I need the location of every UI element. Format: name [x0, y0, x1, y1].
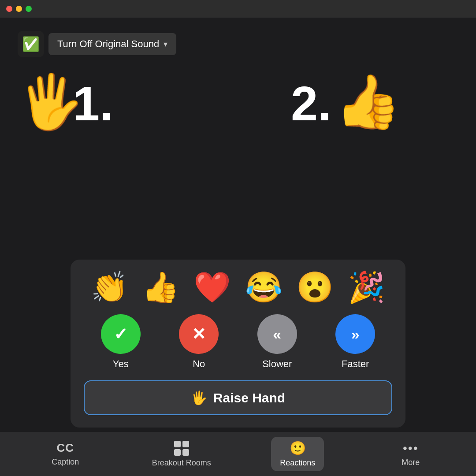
breakout-rooms-label: Breakout Rooms [152, 458, 211, 468]
reactions-panel: 👏 👍 ❤️ 😂 😮 🎉 ✓ Yes ✕ No « Slower » F [71, 260, 405, 428]
raise-hand-button[interactable]: 🖐️ Raise Hand [84, 380, 392, 415]
faster-button[interactable]: » [335, 314, 375, 354]
no-label: No [193, 358, 205, 370]
bottom-toolbar: CC Caption Breakout Rooms 🙂 Reactions ••… [0, 432, 476, 476]
main-content: ✅ Turn Off Original Sound ▾ 🖐️ 1. 2. 👍 👏… [0, 18, 476, 432]
party-reaction-button[interactable]: 🎉 [348, 272, 385, 302]
raise-hand-label: Raise Hand [213, 390, 285, 405]
number-label-1: 1. [73, 79, 113, 128]
yes-label: Yes [113, 358, 129, 370]
thumbs-up-emoji-2: 👍 [335, 75, 401, 128]
reactions-icon: 🙂 [290, 440, 306, 456]
clap-reaction-button[interactable]: 👏 [91, 272, 128, 302]
no-action-item: ✕ No [179, 314, 219, 370]
shield-check-icon: ✅ [22, 36, 40, 52]
surprised-reaction-button[interactable]: 😮 [296, 272, 334, 302]
slower-label: Slower [262, 358, 292, 370]
toolbar-item-reactions[interactable]: 🙂 Reactions [271, 437, 324, 471]
turn-off-original-sound-button[interactable]: Turn Off Original Sound ▾ [48, 33, 176, 55]
number-label-2: 2. [291, 79, 331, 128]
emoji-reaction-row: 👏 👍 ❤️ 😂 😮 🎉 [84, 272, 392, 302]
action-row: ✓ Yes ✕ No « Slower » Faster [84, 314, 392, 370]
toolbar-item-breakout-rooms[interactable]: Breakout Rooms [152, 441, 211, 468]
chevron-down-icon: ▾ [164, 39, 167, 49]
minimize-button[interactable] [16, 6, 22, 12]
raise-hand-emoji: 🖐️ [191, 390, 207, 405]
caption-icon: CC [56, 441, 74, 455]
breakout-rooms-icon [174, 441, 189, 456]
toolbar-item-more[interactable]: ••• More [384, 441, 437, 467]
slower-button[interactable]: « [257, 314, 297, 354]
faster-label: Faster [342, 358, 369, 370]
caption-label: Caption [52, 457, 79, 467]
heart-reaction-button[interactable]: ❤️ [193, 272, 231, 302]
shield-icon: ✅ [18, 31, 44, 57]
toolbar-item-caption[interactable]: CC Caption [39, 441, 92, 467]
no-button[interactable]: ✕ [179, 314, 219, 354]
yes-button[interactable]: ✓ [101, 314, 141, 354]
sound-button-label: Turn Off Original Sound [57, 38, 159, 50]
laugh-reaction-button[interactable]: 😂 [245, 272, 283, 302]
top-bar: ✅ Turn Off Original Sound ▾ [18, 31, 176, 57]
slower-action-item: « Slower [257, 314, 297, 370]
yes-action-item: ✓ Yes [101, 314, 141, 370]
close-button[interactable] [6, 6, 12, 12]
maximize-button[interactable] [26, 6, 32, 12]
thumbsup-reaction-button[interactable]: 👍 [142, 272, 179, 302]
faster-action-item: » Faster [335, 314, 375, 370]
title-bar [0, 0, 476, 18]
more-dots-icon: ••• [403, 441, 418, 455]
more-label: More [402, 458, 420, 467]
reactions-label: Reactions [280, 458, 315, 468]
